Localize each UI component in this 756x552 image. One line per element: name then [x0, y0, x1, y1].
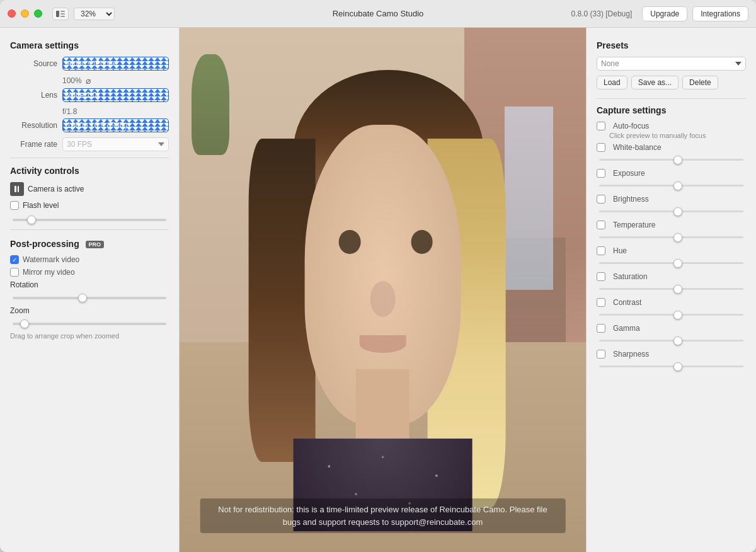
- camera-active-row: Camera is active: [10, 182, 169, 196]
- sharpness-item: Sharpness: [597, 350, 746, 369]
- source-percent: 100%: [62, 76, 82, 85]
- contrast-slider-container: [597, 308, 746, 318]
- app-window: 32% 50% 75% 100% Reincubate Camo Studio …: [0, 0, 756, 552]
- integrations-button[interactable]: Integrations: [692, 6, 748, 21]
- delete-button[interactable]: Delete: [682, 76, 718, 89]
- flash-slider[interactable]: [13, 219, 166, 221]
- contrast-checkbox[interactable]: [597, 298, 605, 307]
- gamma-label: Gamma: [613, 324, 640, 333]
- gamma-slider[interactable]: [599, 340, 743, 342]
- flash-checkbox[interactable]: [10, 201, 19, 210]
- brightness-slider-container: [597, 205, 746, 214]
- camera-active-text: Camera is active: [28, 185, 84, 193]
- exposure-slider[interactable]: [599, 185, 743, 187]
- resolution-select[interactable]: 1080p 16:9 (FHD): [62, 118, 169, 132]
- source-select[interactable]: Aidan's iPhone: [62, 57, 169, 71]
- lens-select[interactable]: Wide 1.0x: [62, 88, 169, 102]
- exposure-checkbox[interactable]: [597, 169, 605, 178]
- contrast-item: Contrast: [597, 298, 746, 318]
- rotation-label: Rotation: [10, 280, 169, 289]
- watermark-checkbox[interactable]: [10, 255, 19, 264]
- brightness-checkbox[interactable]: [597, 195, 605, 204]
- auto-focus-checkbox[interactable]: [597, 122, 605, 130]
- brightness-row: Brightness: [597, 195, 746, 204]
- mirror-row: Mirror my video: [10, 268, 169, 277]
- mirror-label: Mirror my video: [23, 268, 75, 277]
- saturation-slider-container: [597, 282, 746, 292]
- white-balance-slider[interactable]: [599, 159, 743, 161]
- zoom-slider-container: [10, 318, 169, 327]
- presets-title: Presets: [597, 40, 746, 50]
- frame-rate-select[interactable]: 30 FPS: [62, 137, 169, 151]
- exposure-item: Exposure: [597, 169, 746, 188]
- hue-item: Hue: [597, 246, 746, 266]
- presets-select[interactable]: None: [597, 57, 746, 71]
- hue-slider[interactable]: [599, 262, 743, 264]
- gamma-slider-container: [597, 334, 746, 343]
- auto-focus-hint: Click preview to manually focus: [609, 132, 746, 139]
- white-balance-checkbox[interactable]: [597, 143, 605, 152]
- post-processing-title: Post-processing PRO: [10, 239, 169, 249]
- svg-rect-1: [60, 11, 65, 12]
- close-button[interactable]: [8, 9, 16, 18]
- frame-rate-label: Frame rate: [10, 140, 57, 149]
- bg-window: [505, 106, 553, 290]
- exposure-slider-container: [597, 179, 746, 188]
- activity-controls-title: Activity controls: [10, 166, 169, 176]
- gamma-checkbox[interactable]: [597, 324, 605, 333]
- rotation-slider[interactable]: [13, 297, 166, 299]
- preset-row: None: [597, 57, 746, 71]
- brightness-item: Brightness: [597, 195, 746, 214]
- eye-right: [411, 230, 433, 254]
- video-area[interactable]: Not for redistribution: this is a time-l…: [180, 28, 586, 552]
- auto-focus-label: Auto-focus: [613, 122, 649, 130]
- video-preview: Not for redistribution: this is a time-l…: [180, 28, 586, 552]
- pause-icon: [14, 186, 20, 192]
- zoom-label: Zoom: [10, 306, 169, 315]
- titlebar: 32% 50% 75% 100% Reincubate Camo Studio …: [0, 0, 756, 28]
- zoom-slider[interactable]: [13, 323, 166, 325]
- zoom-select[interactable]: 32% 50% 75% 100%: [74, 8, 115, 20]
- hue-checkbox[interactable]: [597, 246, 605, 255]
- upgrade-button[interactable]: Upgrade: [642, 6, 687, 21]
- sidebar-icon: [56, 10, 65, 18]
- usb-icon: ⌀: [86, 76, 91, 86]
- lens-sub-info: f/1.8: [62, 107, 169, 116]
- pause-button[interactable]: [10, 182, 24, 196]
- sharpness-checkbox[interactable]: [597, 350, 605, 359]
- white-balance-label: White-balance: [613, 143, 662, 152]
- frame-rate-row: Frame rate 30 FPS: [10, 137, 169, 151]
- minimize-button[interactable]: [21, 9, 29, 18]
- load-button[interactable]: Load: [597, 76, 627, 89]
- traffic-lights: [8, 9, 42, 18]
- temperature-checkbox[interactable]: [597, 221, 605, 229]
- brightness-slider[interactable]: [599, 210, 743, 212]
- saturation-checkbox[interactable]: [597, 272, 605, 281]
- titlebar-right: 0.8.0 (33) [Debug] Upgrade Integrations: [571, 6, 748, 21]
- watermark-text: Not for redistribution: this is a time-l…: [218, 505, 547, 527]
- flash-label: Flash level: [23, 201, 59, 210]
- mirror-checkbox[interactable]: [10, 268, 19, 277]
- mouth: [359, 335, 406, 354]
- contrast-slider[interactable]: [599, 314, 743, 316]
- person-area: [271, 70, 495, 531]
- sidebar-toggle-button[interactable]: [52, 8, 69, 20]
- watermark-label: Watermark video: [23, 255, 79, 264]
- activity-section: Activity controls Camera is active Flash…: [10, 166, 169, 223]
- saturation-row: Saturation: [597, 272, 746, 281]
- lens-row: Lens Wide 1.0x: [10, 88, 169, 102]
- hue-row: Hue: [597, 246, 746, 255]
- save-as-button[interactable]: Save as...: [631, 76, 679, 89]
- temperature-row: Temperature: [597, 221, 746, 229]
- hue-slider-container: [597, 256, 746, 266]
- sharpness-slider[interactable]: [599, 365, 743, 367]
- maximize-button[interactable]: [34, 9, 42, 18]
- contrast-label: Contrast: [613, 298, 641, 307]
- source-sub-info: 100% ⌀: [62, 76, 169, 86]
- resolution-row: Resolution 1080p 16:9 (FHD): [10, 118, 169, 132]
- pro-badge: PRO: [86, 241, 105, 248]
- temperature-slider[interactable]: [599, 236, 743, 238]
- saturation-slider[interactable]: [599, 288, 743, 290]
- resolution-label: Resolution: [10, 121, 57, 130]
- source-label: Source: [10, 59, 57, 68]
